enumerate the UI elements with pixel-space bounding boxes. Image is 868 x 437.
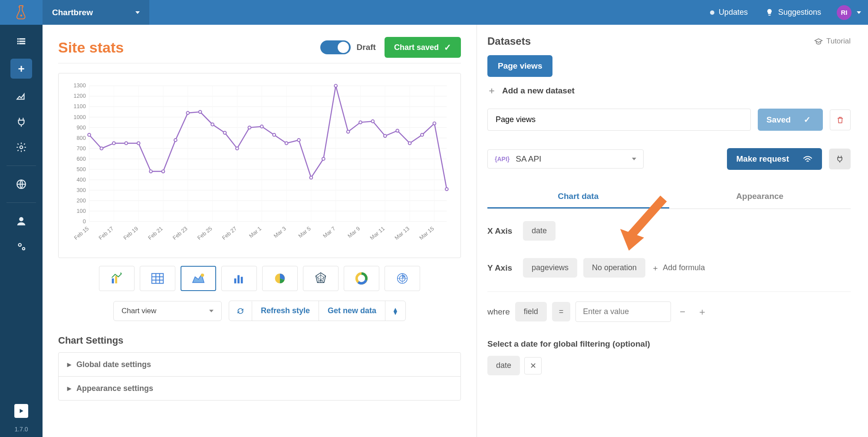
accordion-appearance[interactable]: ▸ Appearance settings bbox=[59, 377, 460, 400]
where-value-input[interactable] bbox=[575, 301, 671, 322]
where-operator-chip[interactable]: = bbox=[552, 302, 571, 321]
tutorial-link[interactable]: Tutorial bbox=[814, 37, 851, 46]
lightbulb-icon bbox=[765, 8, 774, 17]
y-axis-operation-chip[interactable]: No operation bbox=[583, 258, 645, 278]
plug-icon bbox=[835, 154, 844, 164]
remove-filter-button[interactable]: − bbox=[676, 305, 689, 319]
add-dataset-button[interactable]: ＋ Add a new dataset bbox=[487, 85, 851, 96]
topbar: Chartbrew Updates Suggestions RI bbox=[0, 0, 868, 25]
svg-text:Mar 13: Mar 13 bbox=[394, 225, 411, 241]
where-field-chip[interactable]: field bbox=[515, 302, 547, 321]
global-date-chip[interactable]: date bbox=[487, 356, 520, 375]
sidebar-item-add[interactable]: + bbox=[10, 59, 32, 79]
svg-point-81 bbox=[297, 139, 300, 142]
refresh-action-bar: Refresh style Get new data ▲▼ bbox=[229, 301, 406, 321]
svg-text:1100: 1100 bbox=[74, 104, 86, 110]
svg-point-80 bbox=[285, 142, 288, 145]
svg-text:Mar 11: Mar 11 bbox=[369, 225, 386, 241]
svg-rect-96 bbox=[152, 274, 163, 284]
chart-type-area[interactable] bbox=[181, 266, 216, 291]
tab-chart-data[interactable]: Chart data bbox=[487, 185, 669, 209]
chart-type-doughnut[interactable] bbox=[344, 266, 379, 291]
chart-settings-accordion: ▸ Global date settings ▸ Appearance sett… bbox=[58, 352, 461, 401]
accordion-global-date[interactable]: ▸ Global date settings bbox=[59, 353, 460, 377]
svg-point-90 bbox=[408, 142, 411, 145]
chart-type-row bbox=[58, 266, 461, 291]
svg-text:Feb 17: Feb 17 bbox=[98, 225, 115, 241]
caret-right-icon: ▸ bbox=[67, 360, 71, 369]
refresh-style-icon-button[interactable] bbox=[229, 301, 252, 321]
api-select[interactable]: {API} SA API bbox=[487, 149, 644, 169]
svg-text:Feb 19: Feb 19 bbox=[122, 225, 139, 241]
chart-type-polar[interactable] bbox=[385, 266, 420, 291]
svg-point-87 bbox=[371, 120, 374, 123]
refresh-style-button[interactable]: Refresh style bbox=[252, 301, 319, 321]
connection-settings-button[interactable] bbox=[829, 149, 851, 169]
svg-text:Feb 25: Feb 25 bbox=[196, 225, 213, 241]
chart-type-radar[interactable] bbox=[303, 266, 339, 291]
svg-point-79 bbox=[273, 133, 276, 136]
svg-text:900: 900 bbox=[77, 125, 86, 131]
add-formula-button[interactable]: ＋ Add formula bbox=[651, 263, 705, 273]
delete-dataset-button[interactable] bbox=[830, 109, 851, 130]
chart-saved-button[interactable]: Chart saved ✓ bbox=[385, 37, 461, 58]
svg-rect-95 bbox=[115, 276, 117, 283]
svg-point-89 bbox=[396, 129, 399, 132]
user-menu[interactable]: RI bbox=[830, 5, 868, 20]
svg-text:1200: 1200 bbox=[74, 93, 86, 99]
chart-preview: 0100200300400500600700800900100011001200… bbox=[58, 73, 461, 258]
svg-point-1 bbox=[20, 146, 23, 149]
x-axis-field-chip[interactable]: date bbox=[523, 221, 556, 241]
svg-point-5 bbox=[23, 248, 25, 250]
avatar: RI bbox=[837, 5, 852, 20]
dot-icon bbox=[710, 10, 714, 15]
clear-global-date-button[interactable]: ✕ bbox=[524, 357, 542, 374]
dataset-name-input[interactable] bbox=[487, 109, 751, 131]
sidebar-item-list[interactable] bbox=[8, 31, 34, 52]
chart-type-table[interactable] bbox=[140, 266, 175, 291]
saved-button[interactable]: Saved ✓ bbox=[758, 109, 823, 131]
dataset-pill[interactable]: Page views bbox=[487, 55, 552, 77]
svg-point-85 bbox=[347, 130, 350, 133]
svg-point-76 bbox=[236, 147, 239, 150]
chart-type-combo[interactable] bbox=[99, 266, 135, 291]
sidebar-item-team-settings[interactable] bbox=[8, 236, 34, 257]
logo[interactable] bbox=[0, 4, 43, 21]
add-filter-button[interactable]: ＋ bbox=[694, 304, 710, 320]
y-axis-field-chip[interactable]: pageviews bbox=[523, 258, 577, 278]
suggestions-label: Suggestions bbox=[778, 8, 821, 17]
chart-type-bar[interactable] bbox=[221, 266, 257, 291]
svg-point-71 bbox=[174, 139, 177, 142]
sidebar-item-chart[interactable] bbox=[8, 86, 34, 107]
svg-rect-94 bbox=[112, 278, 114, 283]
draft-toggle[interactable] bbox=[320, 40, 351, 54]
chart-type-pie[interactable] bbox=[262, 266, 298, 291]
sidebar-item-settings[interactable] bbox=[8, 137, 34, 158]
updates-link[interactable]: Updates bbox=[701, 0, 756, 25]
svg-text:1000: 1000 bbox=[74, 114, 86, 120]
refresh-icon bbox=[236, 307, 245, 315]
sidebar-item-user[interactable] bbox=[8, 211, 34, 232]
make-request-button[interactable]: Make request bbox=[727, 148, 822, 170]
svg-text:Mar 3: Mar 3 bbox=[273, 225, 287, 239]
sidebar-item-public[interactable] bbox=[8, 174, 34, 195]
chart-view-select[interactable]: Chart view bbox=[113, 301, 222, 321]
svg-text:800: 800 bbox=[77, 135, 86, 141]
svg-point-77 bbox=[248, 126, 251, 129]
sidebar-item-integrations[interactable] bbox=[8, 112, 34, 132]
project-select[interactable]: Chartbrew bbox=[43, 0, 149, 25]
svg-text:Feb 15: Feb 15 bbox=[73, 225, 90, 241]
gear-icon bbox=[16, 142, 27, 153]
svg-point-4 bbox=[19, 244, 22, 247]
sidebar-play-button[interactable] bbox=[14, 404, 28, 418]
suggestions-link[interactable]: Suggestions bbox=[756, 0, 830, 25]
get-data-menu-button[interactable]: ▲▼ bbox=[385, 302, 405, 320]
svg-point-3 bbox=[20, 217, 23, 221]
plus-icon: ＋ bbox=[651, 263, 659, 273]
get-new-data-button[interactable]: Get new data bbox=[319, 301, 385, 321]
caret-right-icon: ▸ bbox=[67, 384, 71, 393]
tab-appearance[interactable]: Appearance bbox=[669, 185, 851, 209]
svg-text:100: 100 bbox=[77, 208, 86, 214]
svg-point-88 bbox=[384, 134, 387, 137]
svg-text:Feb 21: Feb 21 bbox=[147, 225, 164, 241]
